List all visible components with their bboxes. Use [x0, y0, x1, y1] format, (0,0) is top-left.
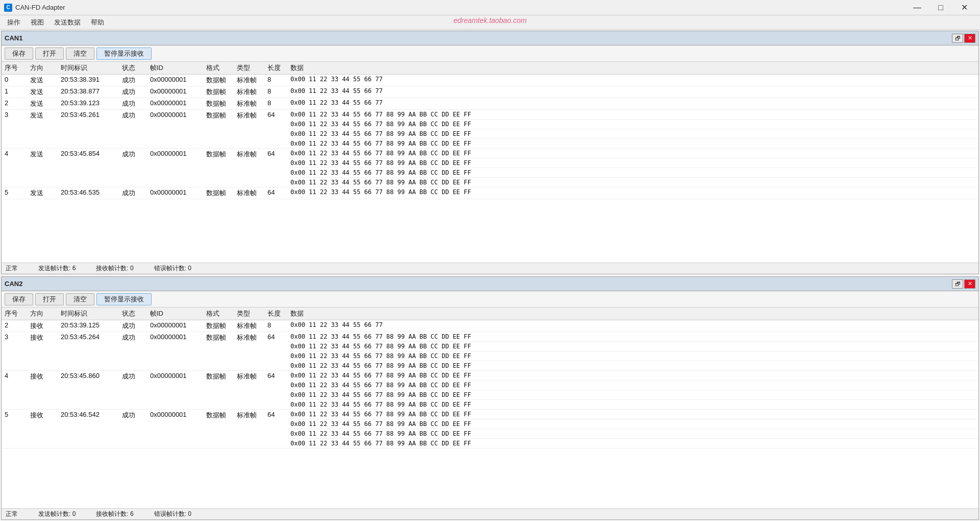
table-row: 1发送20:53:38.877成功0x00000001数据帧标准帧80x00 1…: [2, 86, 978, 98]
table-row: 2发送20:53:39.123成功0x00000001数据帧标准帧80x00 1…: [2, 98, 978, 110]
menu-item-help[interactable]: 帮助: [86, 17, 109, 28]
can1-table-body: 0发送20:53:38.391成功0x00000001数据帧标准帧80x00 1…: [2, 75, 978, 199]
table-row: 0发送20:53:38.391成功0x00000001数据帧标准帧80x00 1…: [2, 75, 978, 86]
can1-clear-btn[interactable]: 清空: [66, 48, 94, 60]
can1-toolbar: 保存 打开 清空 暂停显示接收: [2, 45, 978, 62]
can1-col-frameid: 帧ID: [147, 62, 203, 75]
can1-table: 序号 方向 时间标识 状态 帧ID 格式 类型 长度 数据 0发送20:53:3…: [2, 62, 978, 199]
can1-status-bar: 正常 发送帧计数: 6 接收帧计数: 0 错误帧计数: 0: [2, 263, 978, 274]
table-row: 4发送20:53:45.854成功0x00000001数据帧标准帧640x00 …: [2, 149, 978, 158]
can2-col-seq: 序号: [2, 307, 27, 320]
can2-col-format: 格式: [203, 307, 234, 320]
can1-col-seq: 序号: [2, 62, 27, 75]
can2-col-len: 长度: [264, 307, 287, 320]
can1-panel: CAN1 🗗 ✕ 保存 打开 清空 暂停显示接收 序号 方向 时间标识 状态: [1, 31, 979, 274]
can2-err-count: 错误帧计数: 0: [154, 510, 191, 518]
can2-col-status: 状态: [119, 307, 147, 320]
can2-col-time: 时间标识: [58, 307, 119, 320]
can1-col-status: 状态: [119, 62, 147, 75]
can2-header: CAN2 🗗 ✕: [2, 277, 978, 291]
can1-save-btn[interactable]: 保存: [5, 48, 33, 60]
can2-col-data: 数据: [287, 307, 978, 320]
maximize-button[interactable]: □: [929, 0, 952, 15]
can2-status: 正常: [6, 510, 18, 518]
can2-status-bar: 正常 发送帧计数: 0 接收帧计数: 6 错误帧计数: 0: [2, 508, 978, 519]
can1-table-area[interactable]: 序号 方向 时间标识 状态 帧ID 格式 类型 长度 数据 0发送20:53:3…: [2, 62, 978, 263]
can2-panel-controls: 🗗 ✕: [952, 279, 975, 289]
menu-item-operate[interactable]: 操作: [2, 17, 26, 28]
can2-col-type: 类型: [234, 307, 264, 320]
can1-table-header: 序号 方向 时间标识 状态 帧ID 格式 类型 长度 数据: [2, 62, 978, 75]
can2-open-btn[interactable]: 打开: [35, 293, 64, 305]
can1-send-count: 发送帧计数: 6: [38, 264, 76, 273]
table-row: 4接收20:53:45.860成功0x00000001数据帧标准帧640x00 …: [2, 371, 978, 381]
can1-col-len: 长度: [264, 62, 287, 75]
can2-clear-btn[interactable]: 清空: [66, 293, 94, 305]
can2-table-header: 序号 方向 时间标识 状态 帧ID 格式 类型 长度 数据: [2, 307, 978, 320]
can1-header: CAN1 🗗 ✕: [2, 31, 978, 45]
can2-save-btn[interactable]: 保存: [5, 293, 33, 305]
can1-recv-count: 接收帧计数: 0: [96, 264, 133, 273]
window-controls: — □ ✕: [905, 0, 976, 15]
title-bar: C CAN-FD Adapter — □ ✕: [0, 0, 980, 15]
can2-table-body: 2接收20:53:39.125成功0x00000001数据帧标准帧80x00 1…: [2, 320, 978, 448]
can2-close-btn[interactable]: ✕: [964, 279, 975, 289]
can1-open-btn[interactable]: 打开: [35, 48, 64, 60]
table-row: 2接收20:53:39.125成功0x00000001数据帧标准帧80x00 1…: [2, 320, 978, 332]
can2-restore-btn[interactable]: 🗗: [952, 279, 963, 289]
can2-col-dir: 方向: [27, 307, 58, 320]
can2-pause-btn[interactable]: 暂停显示接收: [96, 293, 152, 305]
can2-table: 序号 方向 时间标识 状态 帧ID 格式 类型 长度 数据 2接收20:53:3…: [2, 307, 978, 448]
can2-table-area[interactable]: 序号 方向 时间标识 状态 帧ID 格式 类型 长度 数据 2接收20:53:3…: [2, 307, 978, 508]
table-row: 3发送20:53:45.261成功0x00000001数据帧标准帧640x00 …: [2, 110, 978, 120]
can2-toolbar: 保存 打开 清空 暂停显示接收: [2, 291, 978, 307]
app-title: CAN-FD Adapter: [15, 4, 65, 11]
can1-title: CAN1: [5, 34, 22, 42]
can2-recv-count: 接收帧计数: 6: [96, 510, 133, 518]
can1-col-format: 格式: [203, 62, 234, 75]
can2-col-frameid: 帧ID: [147, 307, 203, 320]
menu-item-send[interactable]: 发送数据: [49, 17, 86, 28]
close-button[interactable]: ✕: [952, 0, 976, 15]
minimize-button[interactable]: —: [905, 0, 929, 15]
can1-col-type: 类型: [234, 62, 264, 75]
can1-close-btn[interactable]: ✕: [964, 34, 975, 43]
app-icon: C: [4, 4, 12, 12]
can1-err-count: 错误帧计数: 0: [154, 264, 191, 273]
table-row: 3接收20:53:45.264成功0x00000001数据帧标准帧640x00 …: [2, 332, 978, 342]
menu-item-view[interactable]: 视图: [26, 17, 49, 28]
can1-panel-controls: 🗗 ✕: [952, 34, 975, 43]
table-row: 5发送20:53:46.535成功0x00000001数据帧标准帧640x00 …: [2, 187, 978, 199]
can1-pause-btn[interactable]: 暂停显示接收: [96, 48, 152, 60]
can2-send-count: 发送帧计数: 0: [38, 510, 76, 518]
can1-col-dir: 方向: [27, 62, 58, 75]
can1-restore-btn[interactable]: 🗗: [952, 34, 963, 43]
can1-status: 正常: [6, 264, 18, 273]
can1-col-data: 数据: [287, 62, 978, 75]
can2-title: CAN2: [5, 280, 22, 288]
menu-bar: 操作 视图 发送数据 帮助: [0, 15, 980, 30]
main-content: CAN1 🗗 ✕ 保存 打开 清空 暂停显示接收 序号 方向 时间标识 状态: [0, 30, 980, 521]
can1-col-time: 时间标识: [58, 62, 119, 75]
table-row: 5接收20:53:46.542成功0x00000001数据帧标准帧640x00 …: [2, 410, 978, 419]
title-bar-left: C CAN-FD Adapter: [4, 4, 65, 12]
can2-panel: CAN2 🗗 ✕ 保存 打开 清空 暂停显示接收 序号 方向 时间标识 状态: [1, 276, 979, 520]
